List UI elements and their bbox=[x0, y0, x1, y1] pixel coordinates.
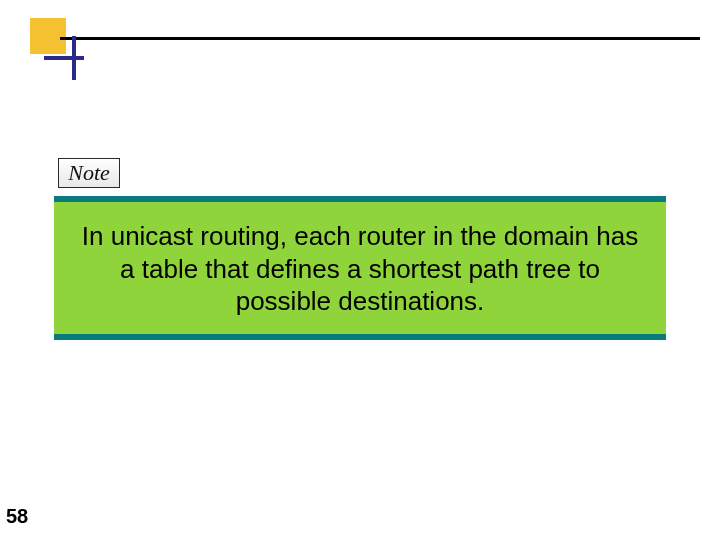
page-number: 58 bbox=[6, 505, 28, 528]
content-body: In unicast routing, each router in the d… bbox=[54, 202, 666, 334]
content-bottom-rule bbox=[54, 334, 666, 340]
note-content-block: In unicast routing, each router in the d… bbox=[54, 196, 666, 340]
note-label: Note bbox=[68, 160, 110, 186]
logo-h-bar bbox=[44, 56, 84, 60]
note-badge: Note bbox=[58, 158, 120, 188]
logo-square bbox=[30, 18, 66, 54]
header-divider bbox=[60, 37, 700, 40]
content-text: In unicast routing, each router in the d… bbox=[74, 220, 646, 318]
logo-v-bar bbox=[72, 36, 76, 80]
